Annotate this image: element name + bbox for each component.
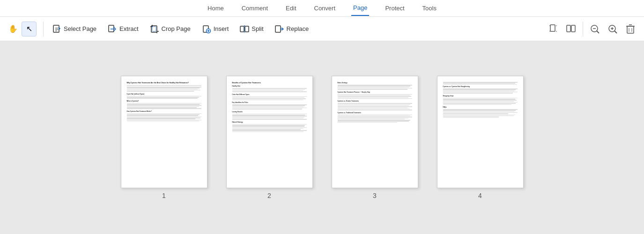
page-3-container: Better Settings Cysteine Hair Treatment … [332,76,418,199]
page-3-thumbnail[interactable]: Better Settings Cysteine Hair Treatment … [332,76,418,188]
svg-rect-19 [567,25,570,32]
extract-icon [108,24,117,34]
svg-rect-20 [571,25,575,32]
extract-label: Extract [119,25,138,32]
page-2-thumbnail[interactable]: Benefits of Cysteine Hair Treatments Hea… [226,76,313,188]
menu-convert[interactable]: Convert [312,1,338,15]
two-page-view-button[interactable] [563,21,579,37]
page-4-container: Cysteine vs. Cysteine Hair Straightening… [437,76,524,199]
svg-rect-0 [53,25,59,32]
select-page-label: Select Page [64,25,96,32]
page-1-container: Why Cysteine Hair Treatments Are the Bes… [121,76,207,199]
toolbar: ✋ ↖ Select Page Extract [0,17,644,41]
menu-protect[interactable]: Protect [383,1,406,15]
select-page-button[interactable]: Select Page [47,22,101,36]
right-tools-group [545,21,638,37]
menu-home[interactable]: Home [206,1,226,15]
select-tool-button[interactable]: ↖ [22,22,37,37]
menu-bar: Home Comment Edit Convert Page Protect T… [0,0,644,17]
replace-button[interactable]: Replace [270,22,314,36]
replace-icon [275,24,284,34]
replace-label: Replace [287,25,309,32]
select-page-icon [52,24,61,34]
svg-rect-4 [152,27,156,31]
page-2-number: 2 [267,192,271,199]
svg-rect-28 [627,26,634,33]
page-4-number: 4 [478,192,482,199]
svg-rect-12 [275,26,281,32]
svg-rect-10 [245,26,249,32]
hand-tool-button[interactable]: ✋ [6,22,21,37]
insert-button[interactable]: Insert [197,22,234,36]
cursor-icon: ↖ [26,24,32,33]
split-icon [240,24,249,34]
menu-tools[interactable]: Tools [421,1,438,15]
hand-icon: ✋ [8,24,18,33]
page-thumbnails-area: Why Cysteine Hair Treatments Are the Bes… [0,41,644,234]
svg-rect-1 [109,25,114,32]
crop-icon [150,24,159,34]
crop-page-button[interactable]: Crop Page [145,22,195,36]
page-4-thumbnail[interactable]: Cysteine vs. Cysteine Hair Straightening… [437,76,524,188]
split-button[interactable]: Split [235,22,268,36]
single-page-view-button[interactable] [545,21,561,37]
page-1-thumbnail[interactable]: Why Cysteine Hair Treatments Are the Bes… [121,76,207,188]
page-1-number: 1 [162,192,166,199]
extract-button[interactable]: Extract [103,22,143,36]
svg-rect-9 [240,26,244,32]
menu-comment[interactable]: Comment [240,1,270,15]
svg-line-23 [597,31,599,33]
page-3-number: 3 [373,192,377,199]
separator-2 [583,22,583,37]
svg-line-27 [614,31,617,33]
zoom-out-button[interactable] [587,21,603,37]
menu-page[interactable]: Page [351,0,369,16]
insert-label: Insert [214,25,229,32]
insert-icon [202,24,211,34]
split-label: Split [252,25,263,32]
delete-button[interactable] [622,21,638,37]
separator-1 [43,22,44,37]
crop-page-label: Crop Page [162,25,191,32]
cursor-tools-group: ✋ ↖ [6,22,37,37]
zoom-in-button[interactable] [605,21,621,37]
svg-rect-14 [550,25,555,31]
menu-edit[interactable]: Edit [284,1,298,15]
page-2-container: Benefits of Cysteine Hair Treatments Hea… [226,76,313,199]
